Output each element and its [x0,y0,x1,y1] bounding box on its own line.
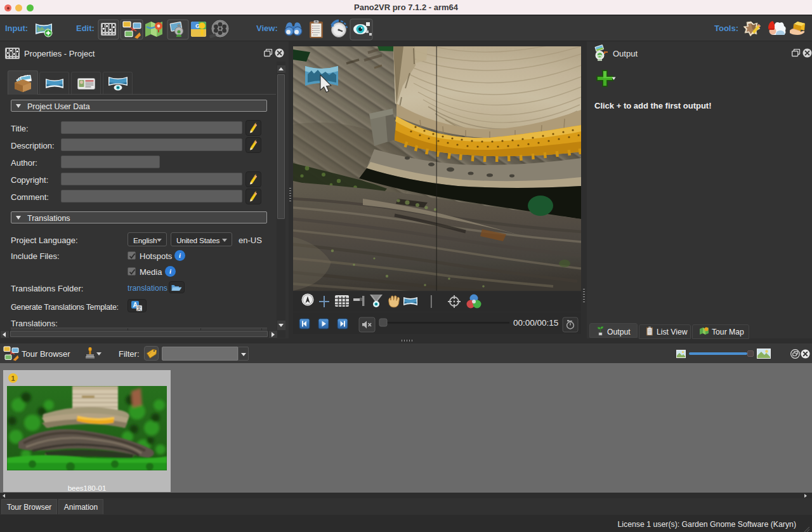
svg-text:文: 文 [137,305,142,311]
svg-text:00:00/00:15: 00:00/00:15 [513,318,558,328]
